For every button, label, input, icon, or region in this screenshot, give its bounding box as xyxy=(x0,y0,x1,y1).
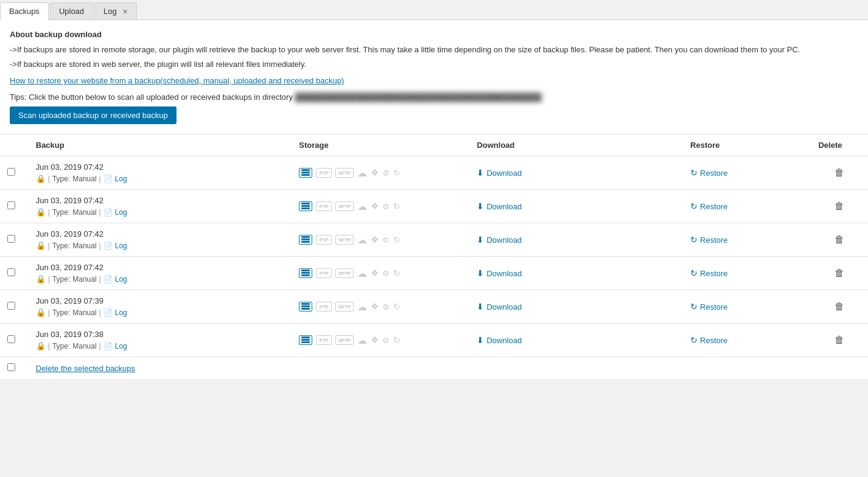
restore-button[interactable]: ↻ Restore xyxy=(690,335,728,345)
storage-ftp-icon: FTP xyxy=(316,168,332,178)
log-link[interactable]: Log xyxy=(115,175,127,183)
backup-meta: 🔒 | Type: Manual | 📄 Log xyxy=(36,241,284,250)
log-link[interactable]: Log xyxy=(115,208,127,217)
download-button[interactable]: ⬇ Download xyxy=(477,168,522,178)
row-delete-cell: 🗑 xyxy=(811,290,868,324)
log-link[interactable]: Log xyxy=(115,275,127,284)
storage-sftp-icon: SFTP xyxy=(335,201,354,211)
row-storage-cell: FTP SFTP ☁ ❖ ⚙ ↻ xyxy=(292,223,469,257)
storage-sftp-icon: SFTP xyxy=(335,235,354,245)
tab-backups[interactable]: Backups xyxy=(0,2,49,20)
delete-button[interactable]: 🗑 xyxy=(835,268,844,279)
table-row: Jun 03, 2019 07:42 🔒 | Type: Manual | 📄 … xyxy=(0,156,868,190)
restore-help-link[interactable]: How to restore your website from a backu… xyxy=(10,76,344,85)
storage-cycle-icon: ↻ xyxy=(393,302,401,312)
tips-text: Tips: Click the button below to scan all… xyxy=(10,92,858,102)
row-restore-cell: ↻ Restore xyxy=(683,223,811,257)
trash-icon: 🗑 xyxy=(835,234,844,245)
log-link[interactable]: Log xyxy=(115,308,127,317)
footer-delete-cell: Delete the selected backups xyxy=(29,357,868,380)
storage-dropbox-icon: ❖ xyxy=(371,201,379,212)
row-backup-cell: Jun 03, 2019 07:42 🔒 | Type: Manual | 📄 … xyxy=(29,257,292,290)
row-check-cell xyxy=(0,156,29,190)
restore-button[interactable]: ↻ Restore xyxy=(690,168,728,178)
download-label: Download xyxy=(486,336,522,345)
restore-icon: ↻ xyxy=(690,201,698,211)
row-checkbox-1[interactable] xyxy=(7,201,15,209)
restore-button[interactable]: ↻ Restore xyxy=(690,302,728,312)
scan-button[interactable]: Scan uploaded backup or received backup xyxy=(10,106,177,124)
type-value: Manual xyxy=(72,242,96,250)
backup-meta: 🔒 | Type: Manual | 📄 Log xyxy=(36,274,284,284)
row-storage-cell: FTP SFTP ☁ ❖ ⚙ ↻ xyxy=(292,324,469,357)
svg-rect-11 xyxy=(301,274,310,276)
tips-path: ████████████████████████████████████████… xyxy=(295,92,542,102)
row-check-cell xyxy=(0,223,29,257)
table-row: Jun 03, 2019 07:39 🔒 | Type: Manual | 📄 … xyxy=(0,290,868,324)
doc-icon: 📄 xyxy=(103,242,113,250)
storage-s3-icon: ⚙ xyxy=(382,202,390,211)
storage-s3-icon: ⚙ xyxy=(382,302,390,312)
lock-icon: 🔒 xyxy=(36,241,46,250)
backup-date: Jun 03, 2019 07:39 xyxy=(36,296,284,305)
footer-check-cell xyxy=(0,357,29,380)
tab-log-close[interactable]: ✕ xyxy=(122,8,128,15)
row-checkbox-3[interactable] xyxy=(7,268,15,276)
storage-dropbox-icon: ❖ xyxy=(371,234,379,245)
download-button[interactable]: ⬇ Download xyxy=(477,335,522,345)
row-checkbox-0[interactable] xyxy=(7,168,15,176)
restore-label: Restore xyxy=(700,269,728,278)
storage-icons: FTP SFTP ☁ ❖ ⚙ ↻ xyxy=(299,301,462,313)
select-all-checkbox[interactable] xyxy=(7,363,15,371)
row-check-cell xyxy=(0,257,29,290)
tab-log[interactable]: Log ✕ xyxy=(94,2,137,19)
delete-button[interactable]: 🗑 xyxy=(835,301,844,312)
delete-button[interactable]: 🗑 xyxy=(835,201,844,212)
log-link[interactable]: Log xyxy=(115,242,127,250)
storage-dropbox-icon: ❖ xyxy=(371,268,379,279)
restore-button[interactable]: ↻ Restore xyxy=(690,201,728,211)
storage-icons: FTP SFTP ☁ ❖ ⚙ ↻ xyxy=(299,167,462,179)
delete-button[interactable]: 🗑 xyxy=(835,167,844,178)
backup-date: Jun 03, 2019 07:42 xyxy=(36,263,284,272)
svg-rect-16 xyxy=(301,339,310,341)
svg-rect-4 xyxy=(301,205,310,207)
backup-date: Jun 03, 2019 07:42 xyxy=(36,196,284,205)
delete-button[interactable]: 🗑 xyxy=(835,234,844,245)
storage-ftp-icon: FTP xyxy=(316,235,332,245)
backup-date: Jun 03, 2019 07:42 xyxy=(36,162,284,172)
download-label: Download xyxy=(486,302,522,312)
row-checkbox-4[interactable] xyxy=(7,302,15,310)
delete-selected-button[interactable]: Delete the selected backups xyxy=(36,364,135,373)
storage-db-icon xyxy=(299,168,312,178)
log-link[interactable]: Log xyxy=(115,342,127,350)
restore-label: Restore xyxy=(700,169,728,178)
svg-rect-9 xyxy=(301,270,310,271)
row-checkbox-2[interactable] xyxy=(7,235,15,243)
download-label: Download xyxy=(486,269,522,278)
storage-drive-icon: ☁ xyxy=(357,234,367,246)
delete-button[interactable]: 🗑 xyxy=(835,335,844,346)
row-check-cell xyxy=(0,290,29,324)
storage-cycle-icon: ↻ xyxy=(393,168,401,178)
download-button[interactable]: ⬇ Download xyxy=(477,268,522,278)
trash-icon: 🗑 xyxy=(835,301,844,312)
storage-sftp-icon: SFTP xyxy=(335,268,354,278)
restore-button[interactable]: ↻ Restore xyxy=(690,235,728,245)
tab-upload[interactable]: Upload xyxy=(50,2,93,19)
trash-icon: 🗑 xyxy=(835,167,844,178)
download-button[interactable]: ⬇ Download xyxy=(477,235,522,245)
row-storage-cell: FTP SFTP ☁ ❖ ⚙ ↻ xyxy=(292,156,469,190)
download-button[interactable]: ⬇ Download xyxy=(477,201,522,211)
header-restore: Restore xyxy=(683,134,811,156)
restore-button[interactable]: ↻ Restore xyxy=(690,268,728,278)
main-content: About backup download ->If backups are s… xyxy=(0,20,868,134)
download-button[interactable]: ⬇ Download xyxy=(477,302,522,312)
storage-db-icon xyxy=(299,235,312,245)
row-backup-cell: Jun 03, 2019 07:39 🔒 | Type: Manual | 📄 … xyxy=(29,290,292,324)
storage-ftp-icon: FTP xyxy=(316,335,332,345)
type-value: Manual xyxy=(72,275,96,284)
download-label: Download xyxy=(486,202,522,211)
type-label: Type: xyxy=(52,242,70,250)
row-checkbox-5[interactable] xyxy=(7,335,15,343)
